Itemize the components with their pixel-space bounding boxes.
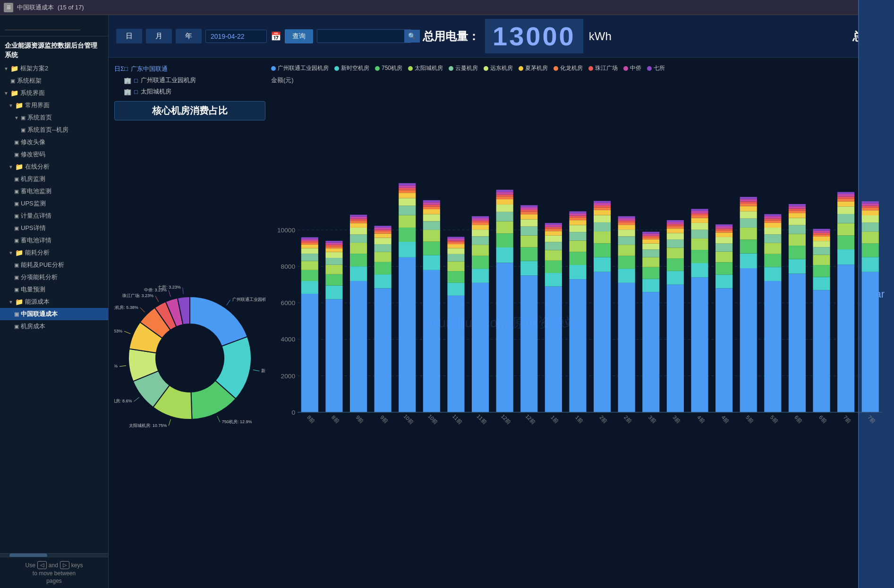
folder-icon: 📁 [15, 163, 23, 170]
sidebar-item-nenghao[interactable]: ▼ 📁 能耗分析 [0, 247, 108, 259]
svg-rect-302 [837, 214, 854, 223]
tree-node-guangdong[interactable]: 日Σ□ 广东中国联通 [114, 63, 265, 75]
sidebar-item-jifang[interactable]: ▣ 机房监测 [0, 173, 108, 185]
sidebar-search-bar[interactable] [5, 21, 103, 30]
svg-rect-315 [862, 215, 879, 222]
svg-rect-74 [375, 244, 392, 252]
svg-rect-147 [520, 219, 537, 226]
sidebar-item-zaixian[interactable]: ▼ 📁 在线分析 [0, 161, 108, 173]
svg-text:3前: 3前 [647, 414, 657, 424]
svg-text:8000: 8000 [281, 263, 296, 270]
sidebar-item-label: 分项能耗分析 [21, 273, 58, 281]
sidebar-item-nenghao-pue[interactable]: ▣ 能耗及PUE分析 [0, 259, 108, 271]
svg-rect-292 [813, 237, 830, 241]
scroll-bar[interactable] [0, 553, 108, 557]
sidebar-item-zhongguo-liantong[interactable]: ▣ 中国联通成本 [0, 308, 108, 320]
svg-rect-111 [447, 248, 464, 254]
svg-rect-270 [764, 219, 781, 221]
sidebar-item-label: 电量预测 [21, 285, 45, 294]
content-area: 日 月 年 📅 查询 🔍 总用电量： 13000 kWh 总金额 Ear [109, 15, 894, 588]
tab-day[interactable]: 日 [116, 29, 142, 43]
sidebar-item-jiliang[interactable]: ▣ 计量点详情 [0, 210, 108, 222]
svg-rect-37 [301, 261, 318, 270]
svg-rect-276 [789, 246, 806, 259]
building-icon: 🏢 [124, 77, 131, 84]
svg-rect-51 [325, 252, 342, 258]
sidebar-item-label: 蓄电池监测 [21, 187, 51, 196]
total-power-value: 13000 [485, 19, 583, 53]
sidebar-item-ups-detail[interactable]: ▣ UPS详情 [0, 222, 108, 234]
svg-rect-278 [789, 225, 806, 234]
svg-rect-71 [375, 274, 392, 288]
svg-text:1前: 1前 [574, 414, 584, 424]
sidebar-item-xitong-shoye[interactable]: ▼ ▣ 系统首页 [0, 111, 108, 124]
sidebar-item-nengyuan[interactable]: ▼ 📁 能源成本 [0, 296, 108, 308]
svg-text:3前: 3前 [672, 414, 681, 424]
tab-year[interactable]: 年 [176, 29, 202, 43]
svg-rect-312 [862, 243, 879, 257]
sidebar-item-jifang-chengben[interactable]: ▣ 机房成本 [0, 320, 108, 332]
search-input[interactable] [317, 30, 404, 42]
svg-rect-288 [813, 265, 830, 277]
svg-text:珠江广场: 3.23%: 珠江广场: 3.23% [122, 293, 154, 298]
calendar-icon[interactable]: 📅 [271, 31, 281, 42]
svg-text:新时空机房: 17.2%: 新时空机房: 17.2% [261, 368, 265, 373]
svg-rect-299 [837, 249, 854, 264]
svg-rect-258 [740, 201, 757, 203]
sidebar-item-label: 机房成本 [21, 322, 45, 331]
svg-line-16 [155, 296, 159, 302]
svg-text:太阳城机房: 10.75%: 太阳城机房: 10.75% [129, 423, 167, 428]
svg-text:8前: 8前 [306, 414, 316, 424]
key-hint-row: Use ◁ and ▷ keys [25, 561, 83, 569]
svg-rect-164 [545, 223, 562, 225]
sidebar-item-xudianchi-detail[interactable]: ▣ 蓄电池详情 [0, 234, 108, 247]
svg-rect-216 [667, 258, 684, 271]
arrow-icon: ▼ [4, 91, 9, 96]
svg-rect-119 [472, 269, 489, 283]
sidebar-item-label: 蓄电池详情 [21, 236, 51, 245]
tree-node-guangzhou[interactable]: 🏢 □ 广州联通工业园机房 [124, 75, 265, 86]
svg-rect-179 [594, 257, 611, 272]
svg-rect-102 [423, 205, 440, 206]
sidebar-search-input[interactable] [5, 21, 80, 30]
search-button[interactable]: 🔍 [404, 30, 420, 43]
svg-rect-109 [447, 261, 464, 271]
sidebar-item-changyong[interactable]: ▼ 📁 常用界面 [0, 99, 108, 111]
svg-text:广州联通工业园机房: 19.35%: 广州联通工业园机房: 19.35% [232, 297, 265, 302]
sidebar-item-xudianchi[interactable]: ▣ 蓄电池监测 [0, 185, 108, 197]
sidebar-item-xiugaimima[interactable]: ▣ 修改密码 [0, 148, 108, 161]
arrow-icon: ▼ [9, 164, 13, 170]
svg-rect-118 [472, 283, 489, 412]
sidebar-item-kuangjia2[interactable]: ▼ 📁 框架方案2 [0, 62, 108, 75]
svg-text:12前: 12前 [500, 413, 512, 425]
sidebar-item-ups[interactable]: ▣ UPS监测 [0, 197, 108, 210]
svg-rect-274 [789, 274, 806, 412]
sidebar-item-xiugaotouxiang[interactable]: ▣ 修改头像 [0, 136, 108, 148]
svg-rect-42 [301, 241, 318, 243]
sidebar-item-label: 修改头像 [21, 138, 45, 146]
main-content: axurehub.com 原型资源站 日Σ□ 广东中国联通 🏢 □ 广州联通工业… [109, 58, 894, 588]
sidebar-item-xitongjiemian[interactable]: ▼ 📁 系统界面 [0, 87, 108, 99]
query-button[interactable]: 查询 [285, 29, 313, 43]
file-icon: ▣ [14, 274, 19, 281]
tab-month[interactable]: 月 [146, 29, 172, 43]
svg-line-8 [134, 397, 139, 401]
svg-rect-311 [862, 257, 879, 272]
svg-rect-133 [496, 221, 513, 233]
svg-line-6 [169, 419, 170, 426]
sidebar-item-dianliang[interactable]: ▣ 电量预测 [0, 283, 108, 296]
sidebar-item-shoye-jifang[interactable]: ▣ 系统首页--机房 [0, 124, 108, 136]
file-icon: ▣ [10, 78, 15, 84]
svg-rect-187 [594, 203, 611, 205]
svg-rect-162 [545, 227, 562, 229]
date-input[interactable] [205, 30, 267, 43]
sidebar-item-fenxiang-nenghao[interactable]: ▣ 分项能耗分析 [0, 271, 108, 283]
svg-rect-97 [423, 230, 440, 242]
sidebar-item-xitongkuangjia[interactable]: ▣ 系统框架 [0, 75, 108, 87]
svg-rect-148 [520, 214, 537, 220]
tree-node-taiyang[interactable]: 🏢 □ 太阳城机房 [124, 86, 265, 97]
svg-rect-229 [691, 239, 708, 250]
svg-rect-195 [618, 230, 635, 236]
svg-rect-178 [594, 272, 611, 412]
svg-rect-53 [325, 246, 342, 248]
